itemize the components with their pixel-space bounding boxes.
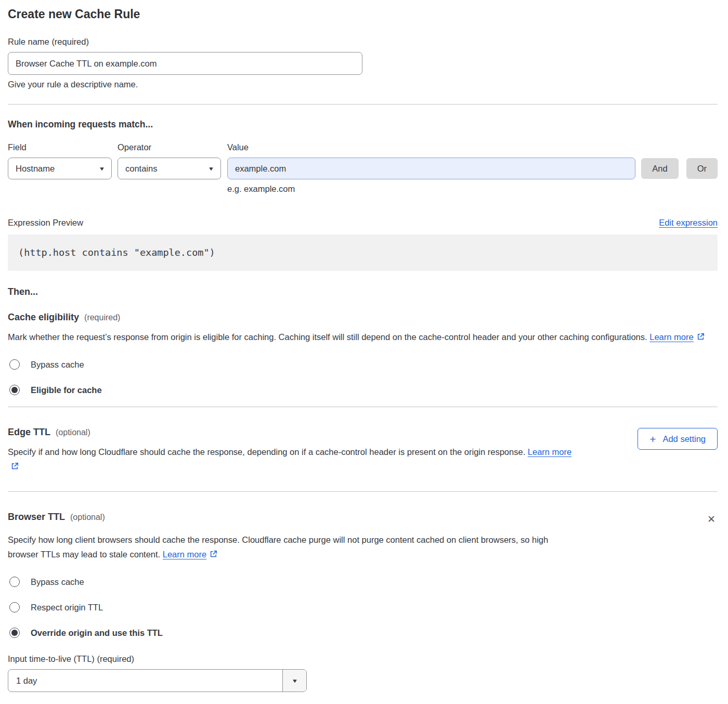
then-heading: Then...	[8, 286, 718, 297]
edge-ttl-qualifier: (optional)	[56, 428, 90, 437]
radio-icon	[9, 385, 20, 395]
divider	[8, 104, 718, 105]
cache-eligibility-title: Cache eligibility	[8, 312, 79, 323]
radio-respect-origin-ttl[interactable]: Respect origin TTL	[8, 602, 718, 612]
learn-more-link[interactable]: Learn more	[649, 332, 693, 342]
field-select-value: Hostname	[16, 164, 55, 174]
ttl-select[interactable]: 1 day ▼	[8, 669, 307, 692]
rule-name-label: Rule name (required)	[8, 37, 718, 47]
edit-expression-link[interactable]: Edit expression	[659, 218, 718, 228]
field-select[interactable]: Hostname ▼	[8, 158, 112, 179]
chevron-down-icon: ▼	[291, 678, 298, 684]
chevron-down-icon: ▼	[99, 166, 106, 172]
add-setting-button[interactable]: + Add setting	[638, 428, 718, 450]
operator-select[interactable]: contains ▼	[118, 158, 221, 179]
external-link-icon	[209, 548, 218, 563]
rule-name-helper: Give your rule a descriptive name.	[8, 80, 718, 89]
radio-browser-bypass-cache[interactable]: Bypass cache	[8, 577, 718, 587]
radio-icon	[9, 628, 20, 638]
cache-eligibility-description: Mark whether the request’s response from…	[8, 330, 718, 345]
radio-bypass-cache[interactable]: Bypass cache	[8, 359, 718, 370]
divider	[8, 491, 718, 492]
expression-preview-label: Expression Preview	[8, 218, 83, 228]
ttl-select-value: 1 day	[8, 670, 282, 692]
create-cache-rule-form: Create new Cache Rule Rule name (require…	[0, 0, 728, 701]
divider	[8, 407, 718, 407]
chevron-down-icon: ▼	[208, 166, 215, 172]
ttl-select-dropdown-button[interactable]: ▼	[282, 670, 306, 692]
cache-eligibility-section: Cache eligibility (required) Mark whethe…	[8, 312, 718, 395]
and-button[interactable]: And	[641, 158, 678, 179]
edge-ttl-title: Edge TTL	[8, 427, 50, 438]
value-helper: e.g. example.com	[227, 184, 635, 194]
edge-ttl-section: Edge TTL (optional) Specify if and how l…	[8, 427, 718, 475]
value-label: Value	[227, 142, 635, 152]
radio-icon	[9, 577, 20, 587]
expression-code: (http.host contains "example.com")	[18, 247, 215, 258]
value-input[interactable]	[227, 158, 635, 179]
learn-more-link[interactable]: Learn more	[528, 447, 571, 457]
radio-eligible-for-cache[interactable]: Eligible for cache	[8, 385, 718, 395]
rule-name-input[interactable]	[8, 52, 362, 75]
learn-more-link[interactable]: Learn more	[163, 550, 206, 559]
ttl-input-label: Input time-to-live (TTL) (required)	[8, 654, 718, 664]
cache-eligibility-qualifier: (required)	[84, 313, 120, 322]
plus-icon: +	[649, 434, 656, 445]
match-heading: When incoming requests match...	[8, 119, 718, 130]
external-link-icon	[696, 331, 705, 345]
browser-ttl-section-header: Browser TTL (optional) ✕	[8, 512, 718, 526]
field-label: Field	[8, 142, 112, 152]
match-condition-row: Field Hostname ▼ Operator contains ▼ Val…	[8, 142, 718, 194]
browser-ttl-qualifier: (optional)	[70, 513, 105, 522]
close-icon[interactable]: ✕	[705, 513, 718, 526]
operator-label: Operator	[118, 142, 221, 152]
or-button[interactable]: Or	[686, 158, 718, 179]
operator-select-value: contains	[125, 164, 157, 174]
radio-icon	[9, 359, 20, 370]
edge-ttl-description: Specify if and how long Cloudflare shoul…	[8, 445, 577, 475]
external-link-icon	[10, 460, 19, 475]
radio-override-origin-ttl[interactable]: Override origin and use this TTL	[8, 628, 718, 638]
browser-ttl-title: Browser TTL	[8, 512, 65, 523]
browser-ttl-description: Specify how long client browsers should …	[8, 532, 577, 563]
page-title: Create new Cache Rule	[8, 7, 718, 21]
expression-preview-box: (http.host contains "example.com")	[8, 234, 718, 271]
radio-icon	[9, 602, 20, 612]
